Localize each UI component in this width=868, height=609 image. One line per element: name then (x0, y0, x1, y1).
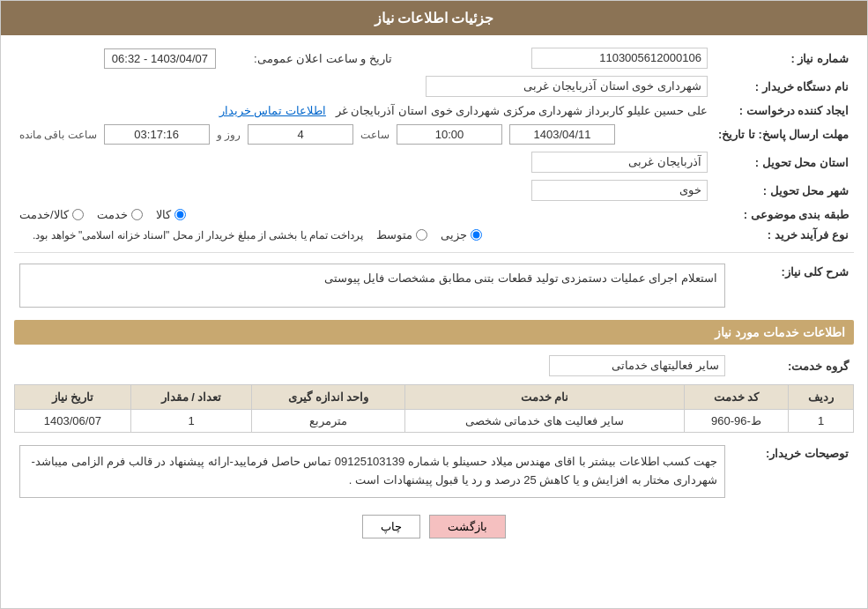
services-table: ردیفکد خدمتنام خدمتواحد اندازه گیریتعداد… (14, 384, 854, 433)
category-goods-label: کالا (156, 208, 171, 221)
category-goods-service-label: کالا/خدمت (19, 208, 69, 221)
table-cell-0-3: مترمربع (252, 410, 405, 433)
col-header-5: تاریخ نیاز (15, 385, 131, 410)
category-goods-service-radio[interactable] (72, 209, 84, 220)
city-cell: خوی (14, 176, 713, 204)
col-header-4: تعداد / مقدار (130, 385, 252, 410)
service-group-field: سایر فعالیتهای خدماتی (549, 355, 725, 376)
remaining-days-label: روز و (217, 129, 241, 141)
service-group-cell: سایر فعالیتهای خدماتی (14, 352, 731, 380)
category-radio-group: کالا/خدمت خدمت کالا (19, 208, 708, 221)
table-row: 1ط-96-960سایر فعالیت های خدماتی شخصیمترم… (15, 410, 854, 433)
table-cell-0-2: سایر فعالیت های خدماتی شخصی (405, 410, 685, 433)
remaining-time: 03:17:16 (104, 124, 210, 145)
divider-1 (14, 252, 854, 253)
process-type-label: نوع فرآیند خرید : (713, 225, 854, 245)
process-medium-option[interactable]: متوسط (376, 228, 427, 241)
services-section-title: اطلاعات خدمات مورد نیاز (14, 320, 854, 345)
need-desc-label: شرح کلی نیاز: (731, 260, 854, 311)
process-note-text: پرداخت تمام یا بخشی از مبلغ خریدار از مح… (33, 229, 363, 241)
need-number-label: شماره نیاز : (713, 44, 854, 72)
buyer-org-cell: شهرداری خوی استان آذربایجان غربی (14, 72, 713, 100)
category-cell: کالا/خدمت خدمت کالا (14, 204, 713, 225)
col-header-1: کد خدمت (684, 385, 788, 410)
city-field: خوی (531, 180, 708, 201)
buyer-notes-label: توصیحات خریدار: (731, 442, 854, 501)
category-goods-service-option[interactable]: کالا/خدمت (19, 208, 84, 221)
process-medium-radio[interactable] (416, 229, 427, 241)
deadline-date: 1403/04/11 (509, 124, 615, 145)
col-header-2: نام خدمت (405, 385, 685, 410)
buyer-notes-text: جهت کسب اطلاعات بیشتر با اقای مهندس میلا… (32, 455, 717, 486)
table-cell-0-4: 1 (130, 410, 252, 433)
announcement-label: تاریخ و ساعت اعلان عمومی: (254, 52, 392, 65)
process-radio-group: پرداخت تمام یا بخشی از مبلغ خریدار از مح… (19, 228, 708, 241)
category-service-label: خدمت (97, 208, 128, 221)
category-service-option[interactable]: خدمت (97, 208, 143, 221)
process-medium-label: متوسط (376, 228, 412, 241)
form-table-top: شماره نیاز : 1103005612000106 تاریخ و سا… (14, 44, 854, 245)
need-number-field: 1103005612000106 (531, 48, 708, 69)
announcement-datetime: 1403/04/07 - 06:32 (104, 48, 216, 69)
form-table-notes: توصیحات خریدار: جهت کسب اطلاعات بیشتر با… (14, 442, 854, 501)
remaining-days: 4 (248, 124, 353, 145)
requester-cell: علی حسین علیلو کاربرداز شهرداری مرکزی شه… (14, 100, 713, 121)
print-button[interactable]: چاپ (362, 515, 420, 538)
table-cell-0-1: ط-96-960 (684, 410, 788, 433)
page-header: جزئیات اطلاعات نیاز (1, 1, 867, 35)
deadline-time: 10:00 (397, 124, 502, 145)
need-desc-text: استعلام اجرای عملیات دستمزدی تولید قطعات… (324, 271, 717, 285)
page-title: جزئیات اطلاعات نیاز (375, 11, 494, 26)
process-partial-radio[interactable] (471, 229, 482, 241)
requester-label: ایجاد کننده درخواست : (713, 100, 854, 121)
province-label: استان محل تحویل : (713, 148, 854, 176)
requester-name: علی حسین علیلو کاربرداز شهرداری مرکزی شه… (336, 104, 708, 117)
table-cell-0-5: 1403/06/07 (15, 410, 131, 433)
service-group-label: گروه خدمت: (731, 352, 854, 380)
need-number-value: 1103005612000106 (397, 44, 713, 72)
process-cell: پرداخت تمام یا بخشی از مبلغ خریدار از مح… (14, 225, 713, 245)
category-goods-radio[interactable] (174, 209, 186, 220)
col-header-0: ردیف (789, 385, 854, 410)
province-field: آذربایجان غربی (531, 152, 708, 173)
deadline-cell: ساعت باقی مانده 03:17:16 روز و 4 ساعت 10… (14, 121, 713, 148)
category-label: طبقه بندی موضوعی : (713, 204, 854, 225)
buyer-org-label: نام دستگاه خریدار : (713, 72, 854, 100)
announcement-label-cell: تاریخ و ساعت اعلان عمومی: (221, 44, 397, 72)
table-cell-0-0: 1 (789, 410, 854, 433)
announcement-datetime-cell: 1403/04/07 - 06:32 (14, 44, 221, 72)
buyer-org-field: شهرداری خوی استان آذربایجان غربی (426, 76, 708, 97)
process-partial-option[interactable]: جزیی (441, 228, 482, 241)
form-table-desc: شرح کلی نیاز: استعلام اجرای عملیات دستمز… (14, 260, 854, 311)
category-service-radio[interactable] (131, 209, 143, 220)
send-deadline-label: مهلت ارسال پاسخ: تا تاریخ: (713, 121, 854, 148)
remaining-label: ساعت باقی مانده (19, 129, 97, 141)
buyer-notes-cell: جهت کسب اطلاعات بیشتر با اقای مهندس میلا… (14, 442, 731, 501)
need-desc-box: استعلام اجرای عملیات دستمزدی تولید قطعات… (19, 264, 725, 308)
content-area: شماره نیاز : 1103005612000106 تاریخ و سا… (1, 35, 867, 561)
deadline-time-label: ساعت (360, 129, 389, 141)
form-table-services: گروه خدمت: سایر فعالیتهای خدماتی (14, 352, 854, 380)
button-bar: چاپ بازگشت (14, 515, 854, 538)
requester-link[interactable]: اطلاعات تماس خریدار (219, 104, 326, 117)
main-container: جزئیات اطلاعات نیاز شماره نیاز : 1103005… (0, 0, 868, 609)
need-desc-cell: استعلام اجرای عملیات دستمزدی تولید قطعات… (14, 260, 731, 311)
back-button[interactable]: بازگشت (429, 515, 506, 538)
process-partial-label: جزیی (441, 228, 467, 241)
deadline-row: ساعت باقی مانده 03:17:16 روز و 4 ساعت 10… (19, 124, 708, 145)
province-cell: آذربایجان غربی (14, 148, 713, 176)
category-goods-option[interactable]: کالا (156, 208, 186, 221)
buyer-notes-box: جهت کسب اطلاعات بیشتر با اقای مهندس میلا… (19, 445, 725, 498)
col-header-3: واحد اندازه گیری (252, 385, 405, 410)
city-label: شهر محل تحویل : (713, 176, 854, 204)
